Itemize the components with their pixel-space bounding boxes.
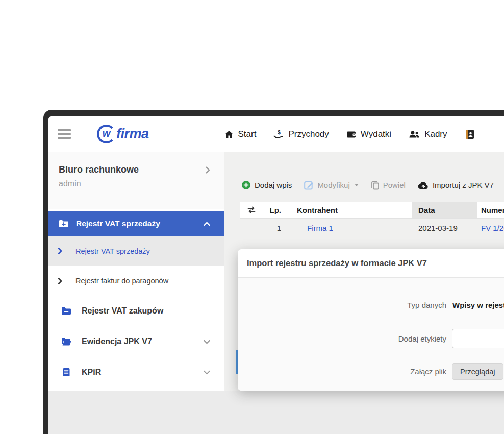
sidebar-item-label: KPiR <box>82 368 101 377</box>
wallet-icon <box>346 130 356 138</box>
import-label: Importuj z JPK V7 <box>433 181 494 189</box>
field-row-typ-danych: Typ danych Wpisy w rejestrze <box>238 301 504 309</box>
logo-wordmark: firma <box>116 126 149 142</box>
company-name: Biuro rachunkowe <box>59 164 210 175</box>
table-row[interactable]: 1 Firma 1 2021-03-19 FV 1/2021 <box>240 219 504 237</box>
column-header-data[interactable]: Data <box>412 202 477 218</box>
add-entry-label: Dodaj wpis <box>255 181 292 189</box>
nav-item-label: Wydatki <box>361 129 391 139</box>
nav-item-przychody[interactable]: $ Przychody <box>273 129 329 139</box>
duplicate-button[interactable]: Powiel <box>371 181 406 190</box>
sidebar-item-ewidencja-jpk-v7[interactable]: Ewidencja JPK V7 <box>48 326 224 357</box>
plus-circle-icon <box>241 180 251 190</box>
page-bottom-backdrop <box>48 391 504 434</box>
logo-circle-icon: w <box>97 125 116 143</box>
nav-item-wydatki[interactable]: Wydatki <box>346 129 391 139</box>
copy-icon <box>371 181 380 190</box>
company-switcher[interactable]: Biuro rachunkowe admin <box>48 152 224 209</box>
hamburger-menu-icon[interactable] <box>58 129 71 139</box>
sidebar-item-label: Rejestr VAT sprzedaży <box>76 219 160 228</box>
cloud-upload-icon <box>418 181 429 189</box>
nav-item-start[interactable]: Start <box>224 129 257 139</box>
nav-item-kadry[interactable]: Kadry <box>409 129 447 139</box>
register-table: Lp. Kontrahent Data Numer 1 Firma 1 2021… <box>240 202 504 237</box>
column-header-numer[interactable]: Numer <box>477 202 504 218</box>
table-toolbar: Dodaj wpis Modyfikuj Powiel Importuj z J… <box>241 180 494 190</box>
company-user: admin <box>59 179 210 188</box>
sidebar-item-kpir[interactable]: KPiR <box>48 357 224 388</box>
chevron-up-icon <box>204 219 210 228</box>
browser-frame: w firma Start $ Przychody Wydatki <box>43 110 504 434</box>
modal-title: Import rejestru sprzedaży w formacie JPK… <box>238 249 504 278</box>
users-icon <box>409 130 420 138</box>
row-numer-link[interactable]: FV 1/2021 <box>477 224 504 232</box>
import-jpk-button[interactable]: Importuj z JPK V7 <box>418 181 494 189</box>
nav-item-crm[interactable] <box>465 129 480 139</box>
folder-plus-icon <box>59 220 69 228</box>
row-data-cell: 2021-03-19 <box>412 224 477 232</box>
field-label: Typ danych <box>238 301 446 309</box>
pencil-square-icon <box>304 180 314 190</box>
row-kontrahent-link[interactable]: Firma 1 <box>283 224 412 232</box>
duplicate-label: Powiel <box>383 181 406 189</box>
home-icon <box>224 130 234 138</box>
dropdown-caret-icon <box>355 184 359 186</box>
field-row-etykiety: Dodaj etykiety <box>238 329 504 348</box>
sidebar-item-rejestr-vat-sprzedazy-parent[interactable]: Rejestr VAT sprzedaży <box>48 211 224 236</box>
swap-arrows-icon <box>247 206 256 213</box>
field-label: Dodaj etykiety <box>238 334 446 343</box>
import-modal: Import rejestru sprzedaży w formacie JPK… <box>238 249 504 391</box>
chevron-right-icon <box>58 248 62 254</box>
sidebar-item-label: Rejestr VAT zakupów <box>82 306 163 316</box>
field-label: Załącz plik <box>238 367 446 376</box>
main-content: Dodaj wpis Modyfikuj Powiel Importuj z J… <box>224 152 504 391</box>
nav-item-label: Start <box>238 129 257 139</box>
sidebar-item-label: Ewidencja JPK V7 <box>82 337 152 346</box>
sidebar-subitem-label: Rejestr VAT sprzedaży <box>75 247 150 255</box>
sidebar-item-rejestr-vat-zakupow[interactable]: Rejestr VAT zakupów <box>48 296 224 326</box>
folder-open-icon <box>61 337 71 346</box>
field-row-zalacz-plik: Załącz plik Przeglądaj <box>238 363 504 380</box>
chevron-down-icon <box>204 337 210 346</box>
modify-button[interactable]: Modyfikuj <box>304 180 358 190</box>
chevron-right-icon <box>58 278 62 284</box>
table-header-row: Lp. Kontrahent Data Numer <box>240 202 504 219</box>
reorder-column-header[interactable] <box>240 202 263 218</box>
address-book-icon <box>465 129 475 139</box>
svg-text:$: $ <box>278 130 281 135</box>
sidebar-subitem-rejestr-faktur-do-paragonow[interactable]: Rejestr faktur do paragonów <box>48 266 224 296</box>
modal-body: Typ danych Wpisy w rejestrze Dodaj etyki… <box>238 278 504 391</box>
column-header-lp[interactable]: Lp. <box>263 202 283 218</box>
sidebar: Biuro rachunkowe admin Rejestr VAT sprze… <box>48 152 224 391</box>
nav-item-label: Kadry <box>424 129 447 139</box>
nav-item-label: Przychody <box>288 129 329 139</box>
sidebar-subitem-rejestr-vat-sprzedazy[interactable]: Rejestr VAT sprzedaży <box>48 236 224 266</box>
sidebar-subitem-label: Rejestr faktur do paragonów <box>75 277 168 285</box>
brand-logo[interactable]: w firma <box>97 125 149 143</box>
chevron-down-icon <box>204 368 210 377</box>
modify-label: Modyfikuj <box>317 181 349 189</box>
folder-minus-icon <box>61 307 71 315</box>
typ-danych-value: Wpisy w rejestrze <box>452 301 504 309</box>
browse-file-button[interactable]: Przeglądaj <box>452 363 503 380</box>
main-navigation: Start $ Przychody Wydatki Kadry <box>224 129 480 139</box>
logo-mark: w <box>103 128 111 139</box>
book-icon <box>61 368 71 377</box>
chevron-right-icon <box>206 166 210 176</box>
top-navbar: w firma Start $ Przychody Wydatki <box>48 116 504 152</box>
column-header-kontrahent[interactable]: Kontrahent <box>283 202 412 218</box>
etykiety-input[interactable] <box>452 329 504 348</box>
row-lp-cell: 1 <box>263 224 283 232</box>
hand-dollar-icon: $ <box>273 130 284 139</box>
app-window: w firma Start $ Przychody Wydatki <box>48 116 504 434</box>
add-entry-button[interactable]: Dodaj wpis <box>241 180 292 190</box>
